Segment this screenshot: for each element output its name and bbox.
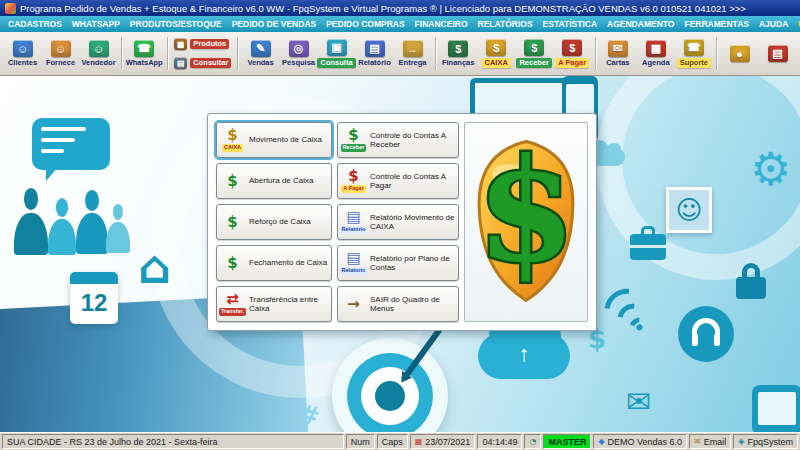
toolbar-group: ☎WhatsApp	[126, 34, 163, 73]
menu-item-cadastros[interactable]: CADASTROS	[3, 16, 67, 32]
menu-item-ajuda[interactable]: AJUDA	[754, 16, 793, 32]
toolbar-button-label: Pesquisa	[282, 59, 315, 67]
menu-item-whatsapp[interactable]: WHATSAPP	[67, 16, 125, 32]
entrega-icon: →	[403, 40, 423, 57]
dialog-button-fechamento-de-caixa[interactable]: $Fechamento de Caixa	[216, 245, 332, 281]
toolbar-button-pesquisa[interactable]: ◎Pesquisa	[280, 34, 317, 73]
calendar-small-icon: ▦	[415, 438, 423, 446]
wifi-icon	[597, 283, 660, 346]
toolbar-button-catalog[interactable]: ▤	[759, 34, 796, 73]
consultar-icon: ▤	[174, 57, 187, 69]
menu-item-ferramentas[interactable]: FERRAMENTAS	[679, 16, 754, 32]
toolbar-button-relatorio[interactable]: ▤Relatório	[356, 34, 393, 73]
toolbar-group: ●▤	[721, 34, 796, 73]
toolbar-button-label: Vendas	[247, 59, 273, 67]
app-icon	[5, 3, 16, 14]
menu-item-label: PEDIDO DE VENDAS	[232, 19, 317, 29]
status-date: ▦ 23/07/2021	[410, 434, 476, 449]
menu-item-produtos-estoque[interactable]: PRODUTOS/ESTOQUE	[125, 16, 227, 32]
menu-item-estatistica[interactable]: ESTATÍSTICA	[538, 16, 602, 32]
dialog-button-label: SAIR do Quadro de Menus	[370, 295, 455, 313]
menu-item-label: CADASTROS	[8, 19, 62, 29]
dialog-button-controle-do-contas-a-receber[interactable]: $ReceberControle do Contas A Receber	[337, 122, 459, 158]
toolbar-button-label: Receber	[516, 58, 552, 68]
toolbar-button-suporte[interactable]: ☎Suporte	[675, 34, 712, 73]
person-icon	[106, 204, 130, 258]
menu-item-label: PEDIDO COMPRAS	[326, 19, 404, 29]
dialog-button-relatorio-por-plano-de-contas[interactable]: ▤RelatórioRelatório por Plano de Contas	[337, 245, 459, 281]
dialog-button-label: Transferência entre Caixa	[249, 295, 328, 313]
toolbar-group: $Finanças$CAIXA$Receber$A Pagar	[440, 34, 591, 73]
toolbar-button-financas[interactable]: $Finanças	[440, 34, 477, 73]
envelope-icon: ✉	[626, 387, 651, 417]
person-icon	[76, 190, 108, 260]
menu-item-financeiro[interactable]: FINANCEIRO	[410, 16, 473, 32]
toolbar-button-vendas[interactable]: ✎Vendas	[242, 34, 279, 73]
consulta-icon: ▣	[327, 39, 347, 56]
cash-drawer-icon: $CAIXA	[220, 128, 245, 152]
toolbar-button-consultar[interactable]: ▤Consultar	[171, 55, 233, 72]
fornece-icon: ☺	[51, 40, 71, 57]
status-user: MASTER	[543, 434, 591, 449]
suporte-icon: ☎	[684, 39, 704, 56]
status-bar: SUA CIDADE - RS 23 de Julho de 2021 - Se…	[0, 432, 800, 450]
menubar: CADASTROSWHATSAPPPRODUTOS/ESTOQUEPEDIDO …	[0, 16, 800, 32]
window-title: Programa Pedido de Vendas + Estoque & Fi…	[20, 3, 746, 14]
menu-item-label: AJUDA	[759, 19, 788, 29]
toolbar-button-a-pagar[interactable]: $A Pagar	[554, 34, 591, 73]
status-brand: ◈ FpqSystem	[733, 434, 798, 449]
menu-item-agendamento[interactable]: AGENDAMENTO	[602, 16, 679, 32]
user-text: MASTER	[548, 437, 586, 447]
calendar-header	[70, 272, 118, 284]
toolbar-button-caixa[interactable]: $CAIXA	[478, 34, 515, 73]
dialog-icon-caption: Transfer.	[219, 308, 246, 316]
date-text: 23/07/2021	[425, 437, 470, 447]
toolbar-button-fornece[interactable]: ☺Fornece	[42, 34, 79, 73]
dialog-button-transferencia-entre-caixa[interactable]: ⇄Transfer.Transferência entre Caixa	[216, 286, 332, 322]
financas-icon: $	[448, 40, 468, 57]
desktop-background: ⌂ 12 ↑ ☺ ✉ ⚙ $ # $CAIXAMovimento de Caix…	[0, 76, 800, 432]
padlock-icon	[733, 262, 771, 302]
product-text: DEMO Vendas 6.0	[608, 437, 683, 447]
toolbar-button-label: A Pagar	[555, 58, 589, 68]
dialog-button-controle-do-contas-a-pagar[interactable]: $A PagarControle do Contas A Pagar	[337, 163, 459, 199]
toolbar-button-whatsapp[interactable]: ☎WhatsApp	[126, 34, 163, 73]
toolbar-button-agenda[interactable]: ▦Agenda	[637, 34, 674, 73]
dialog-button-label: Fechamento de Caixa	[249, 258, 328, 267]
toolbar-button-produtos[interactable]: ▦Produtos	[171, 36, 233, 53]
transfer-icon: ⇄Transfer.	[220, 292, 245, 316]
toolbar-button-receber[interactable]: $Receber	[516, 34, 553, 73]
toolbar-button-entrega[interactable]: →Entrega	[394, 34, 431, 73]
menu-item-label: WHATSAPP	[72, 19, 120, 29]
dialog-button-abertura-de-caixa[interactable]: $Abertura de Caixa	[216, 163, 332, 199]
toolbar-button-label: WhatsApp	[126, 59, 163, 67]
menu-item-relatorios[interactable]: RELATÓRIOS	[473, 16, 538, 32]
toolbar-button-cartas[interactable]: ✉Cartas	[599, 34, 636, 73]
menu-item-e-mail[interactable]: ✉E-MAIL	[793, 16, 800, 32]
status-caps-lock: Caps	[377, 434, 408, 449]
dialog-button-relatorio-movimento-de-caixa[interactable]: ▤RelatórioRelatório Movimento de CAIXA	[337, 204, 459, 240]
toolbar-button-label: Consulta	[317, 58, 355, 68]
toolbar-button-consulta[interactable]: ▣Consulta	[318, 34, 355, 73]
toolbar-button-vendedor[interactable]: ☺Vendedor	[80, 34, 117, 73]
menu-item-pedido-compras[interactable]: PEDIDO COMPRAS	[321, 16, 409, 32]
dialog-button-reforco-de-caixa[interactable]: $Reforço de Caixa	[216, 204, 332, 240]
toolbar-separator	[595, 37, 596, 70]
menu-item-pedido-de-vendas[interactable]: PEDIDO DE VENDAS	[227, 16, 322, 32]
time-text: 04:14:49	[482, 437, 517, 447]
status-email[interactable]: ✉ Email	[689, 434, 731, 449]
num-lock-label: Num	[351, 437, 370, 447]
dialog-button-sair-do-quadro-de-menus[interactable]: →SAIR do Quadro de Menus	[337, 286, 459, 322]
pesquisa-icon: ◎	[289, 40, 309, 57]
dialog-button-movimento-de-caixa[interactable]: $CAIXAMovimento de Caixa	[216, 122, 332, 158]
toolbar-group: ☺Clientes☺Fornece☺Vendedor	[4, 34, 117, 73]
status-product: ◆ DEMO Vendas 6.0	[593, 434, 687, 449]
relatorio-icon: ▤Relatório	[341, 210, 366, 234]
toolbar-button-label: Produtos	[190, 39, 229, 49]
menu-item-label: PRODUTOS/ESTOQUE	[130, 19, 222, 29]
dialog-icon-caption: Receber	[341, 144, 367, 152]
toolbar-button-coins[interactable]: ●	[721, 34, 758, 73]
toolbar-button-clientes[interactable]: ☺Clientes	[4, 34, 41, 73]
menu-item-label: AGENDAMENTO	[607, 19, 674, 29]
dialog-icon-caption: A Pagar	[341, 185, 366, 193]
